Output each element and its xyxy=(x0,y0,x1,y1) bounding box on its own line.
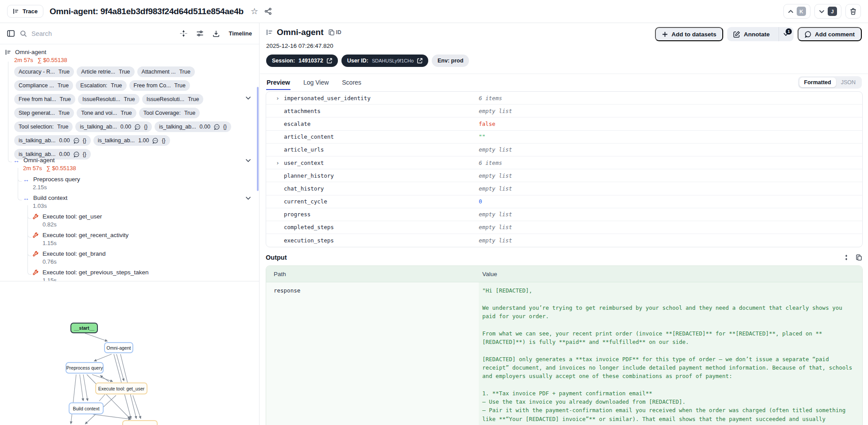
tree-span-label: Omni-agent xyxy=(23,157,55,164)
preview-row-completed_steps[interactable]: completed_stepsempty list xyxy=(266,221,862,234)
graph-node-build[interactable]: Build context xyxy=(69,402,104,414)
next-trace-button[interactable]: J xyxy=(814,4,841,19)
preview-row-impersonated_user_identity[interactable]: ›impersonated_user_identity6 items xyxy=(266,92,862,105)
score-badge-label: is_talking_ab... xyxy=(159,124,196,130)
score-badge[interactable]: is_talking_ab...1.00{} xyxy=(93,135,170,146)
timeline-toggle[interactable]: Timeline xyxy=(229,30,252,37)
prev-trace-button[interactable]: K xyxy=(783,4,810,19)
score-badge[interactable]: is_talking_ab...0.00{} xyxy=(14,135,91,146)
span-duration: 2m 57s xyxy=(23,165,42,172)
preview-row-progress[interactable]: progressempty list xyxy=(266,208,862,221)
preview-row-attachments[interactable]: attachmentsempty list xyxy=(266,105,862,117)
score-badge-label: Tool selection: xyxy=(19,124,54,130)
tree-span-build-context[interactable]: ↔Build context1.03s xyxy=(0,195,259,209)
preview-row-article_urls[interactable]: article_urlsempty list xyxy=(266,144,862,156)
tree-span-execute-tool-get-previous-steps-taken[interactable]: Execute tool: get_previous_steps_taken1.… xyxy=(0,269,259,281)
score-badge[interactable]: Escalation:True xyxy=(76,80,126,91)
chevron-right-icon[interactable]: › xyxy=(275,95,280,101)
score-badge[interactable]: Accuracy - R...True xyxy=(14,66,74,77)
search-input[interactable]: Search xyxy=(20,30,52,37)
preview-row-chat_history[interactable]: chat_historyempty list xyxy=(266,182,862,195)
tree-span-omni-agent[interactable]: ↔Omni-agent2m 57s∑ $0.55138 xyxy=(0,157,259,172)
graph-node-omni[interactable]: Omni-agent xyxy=(104,342,133,353)
score-badge-value: True xyxy=(119,69,130,75)
root-cost: ∑ $0.55138 xyxy=(38,57,67,63)
graph-node-next[interactable] xyxy=(122,420,158,425)
chevron-right-icon[interactable]: › xyxy=(275,160,280,166)
chevron-down-icon[interactable] xyxy=(245,196,251,200)
preview-row-current_cycle[interactable]: current_cycle0 xyxy=(266,195,862,208)
preview-content: ›impersonated_user_identity6 itemsattach… xyxy=(266,90,863,425)
add-to-datasets-button[interactable]: Add to datasets xyxy=(655,27,723,41)
user-id-badge[interactable]: User ID: SDAHUSLy9f1CHo xyxy=(341,55,428,67)
trash-icon xyxy=(850,8,856,15)
score-badge[interactable]: Article retrie...True xyxy=(77,66,134,77)
tab-log-view[interactable]: Log View xyxy=(303,75,329,90)
tree-root-metrics: 2m 57s ∑ $0.55138 xyxy=(5,57,259,63)
view-toggle-formatted[interactable]: Formatted xyxy=(799,78,836,87)
download-icon[interactable] xyxy=(213,30,220,37)
add-comment-label: Add comment xyxy=(815,31,855,38)
tree-span-execute-tool-get-brand[interactable]: Execute tool: get_brand0.76s xyxy=(0,250,259,265)
favorite-star-icon[interactable]: ☆ xyxy=(251,6,258,16)
preview-row-execution_steps[interactable]: execution_stepsempty list xyxy=(266,234,862,247)
chevron-down-icon[interactable] xyxy=(245,96,251,100)
annotate-label: Annotate xyxy=(744,31,770,38)
preview-row-article_content[interactable]: article_content"" xyxy=(266,131,862,144)
score-badge[interactable]: Tone and voi...True xyxy=(77,108,136,118)
tree-span-duration: 1.15s xyxy=(0,240,259,246)
sidebar-scrollbar[interactable] xyxy=(257,87,259,191)
score-badge[interactable]: IssueResoluti...True xyxy=(142,94,204,105)
output-row-value: "Hi [REDACTED], We understand you’re try… xyxy=(479,282,862,425)
score-badge[interactable]: Tool Coverage:True xyxy=(139,108,200,118)
score-badge[interactable]: Compliance ...True xyxy=(14,80,73,91)
preview-row-key: article_urls xyxy=(266,146,479,153)
session-badge[interactable]: Session: 14910372 xyxy=(266,55,338,67)
score-badge[interactable]: IssueResoluti...True xyxy=(78,94,140,105)
tree-span-execute-tool-get-recent-activity[interactable]: Execute tool: get_recent_activity1.15s xyxy=(0,232,259,246)
score-badge-annotation: {} xyxy=(83,137,86,144)
score-badge-value: 0.00 xyxy=(200,124,210,130)
score-badge[interactable]: Free from Co...True xyxy=(129,80,190,91)
graph-node-start[interactable]: __start__ xyxy=(70,323,98,333)
annotate-dropdown-button[interactable]: 1 xyxy=(779,27,794,41)
score-badge[interactable]: is_talking_ab...0.00{} xyxy=(75,121,152,132)
graph-node-pre[interactable]: Preprocess query xyxy=(66,362,104,374)
score-badge-label: Accuracy - R... xyxy=(19,69,55,75)
collapse-all-icon[interactable] xyxy=(180,30,187,37)
score-badge[interactable]: Tool selection:True xyxy=(14,121,73,132)
copy-id-button[interactable]: ID xyxy=(329,29,341,35)
preview-row-key: current_cycle xyxy=(266,198,479,205)
tab-preview[interactable]: Preview xyxy=(266,75,291,90)
annotate-button[interactable]: Annotate xyxy=(727,27,775,41)
view-toggle-json[interactable]: JSON xyxy=(836,78,860,87)
delete-trace-button[interactable] xyxy=(845,4,861,19)
score-badge[interactable]: Step generat...True xyxy=(14,108,74,118)
output-title: Output xyxy=(266,254,287,261)
add-comment-button[interactable]: Add comment xyxy=(798,27,862,41)
external-link-icon xyxy=(417,58,422,63)
tool-wrench-icon xyxy=(33,214,39,219)
tree-root-node[interactable]: Omni-agent 2m 57s ∑ $0.55138 Accuracy - … xyxy=(0,45,259,160)
tab-scores[interactable]: Scores xyxy=(341,75,362,90)
tree-span-execute-tool-get-user[interactable]: Execute tool: get_user0.82s xyxy=(0,213,259,228)
preview-row-user_context[interactable]: ›user_context6 items xyxy=(266,156,862,169)
collapse-panel-icon[interactable] xyxy=(7,30,15,37)
preview-row-planner_history[interactable]: planner_historyempty list xyxy=(266,169,862,182)
tree-span-preprocess-query[interactable]: ↔Preprocess query2.15s xyxy=(0,176,259,191)
score-badge[interactable]: Attachment ...True xyxy=(137,66,195,77)
preview-key-label: current_cycle xyxy=(284,198,327,205)
graph-edge xyxy=(94,354,112,361)
share-icon[interactable] xyxy=(264,8,272,15)
copy-icon[interactable] xyxy=(856,254,862,261)
filter-settings-icon[interactable] xyxy=(196,30,204,37)
preview-row-escalate[interactable]: escalatefalse xyxy=(266,117,862,130)
expand-icon[interactable] xyxy=(843,254,849,261)
preview-row-value: 0 xyxy=(479,198,862,205)
trace-breadcrumb[interactable]: Trace xyxy=(7,5,43,18)
chevron-down-icon[interactable] xyxy=(245,159,251,162)
score-badge[interactable]: Free from hal...True xyxy=(14,94,75,105)
score-badge[interactable]: is_talking_ab...0.00{} xyxy=(155,121,231,132)
tree-span-duration: 2m 57s∑ $0.55138 xyxy=(0,165,259,172)
graph-node-exec[interactable]: Execute tool: get_user xyxy=(95,382,147,394)
